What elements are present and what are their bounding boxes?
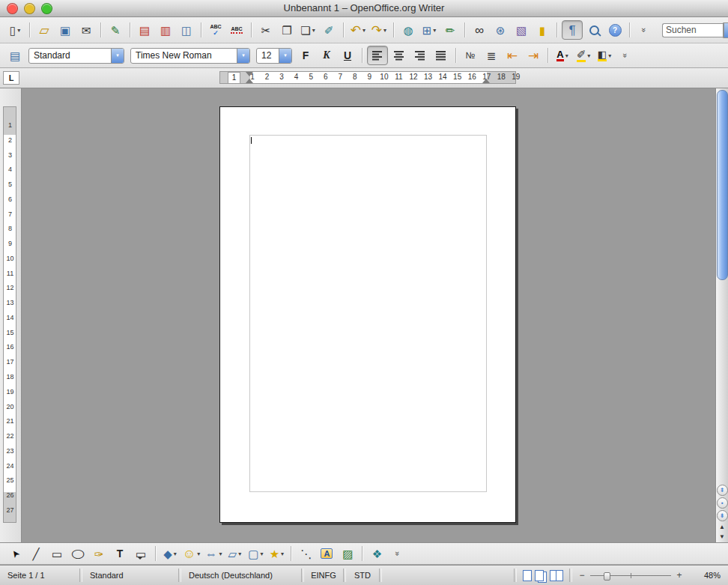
- email-button[interactable]: ✉: [76, 21, 96, 39]
- edit-points-button[interactable]: ⋱: [296, 545, 315, 563]
- paragraph-style-combobox[interactable]: Standard▾: [28, 48, 124, 64]
- zoom-slider-thumb[interactable]: [604, 572, 610, 581]
- ruler-number: 3: [8, 151, 12, 159]
- align-left-button[interactable]: [367, 46, 388, 65]
- bold-button[interactable]: F: [296, 46, 315, 64]
- data-sources-button[interactable]: ▮: [533, 21, 552, 39]
- insert-picture-button[interactable]: ▨: [338, 545, 357, 563]
- new-document-button[interactable]: ▯▾: [5, 21, 25, 39]
- document-page[interactable]: [219, 106, 516, 523]
- tab-stop-selector[interactable]: L: [3, 71, 19, 85]
- underline-button[interactable]: U: [338, 46, 357, 64]
- font-color-button[interactable]: A▾: [553, 46, 572, 64]
- export-pdf-button[interactable]: ▤: [135, 21, 154, 39]
- page-style-field[interactable]: Standard: [82, 571, 178, 580]
- selection-mode-field[interactable]: STD: [346, 571, 379, 580]
- callout-button[interactable]: ▭: [131, 545, 151, 563]
- ruler-number: 9: [364, 73, 374, 81]
- freeform-line-button[interactable]: ✑: [89, 545, 109, 563]
- print-button[interactable]: ▥: [156, 21, 175, 39]
- ellipse-button[interactable]: ◯: [68, 545, 88, 563]
- search-input[interactable]: [662, 23, 723, 37]
- hyperlink-button[interactable]: ◍: [398, 21, 418, 39]
- page-number-field[interactable]: Seite 1 / 1: [0, 571, 79, 580]
- fontwork-gallery-button[interactable]: A: [317, 545, 336, 563]
- dropdown-arrow-icon: ▾: [281, 551, 284, 557]
- ellipse-icon: ◯: [71, 549, 85, 558]
- block-arrows-button[interactable]: ⇔▾: [203, 545, 223, 563]
- zoom-percentage-field[interactable]: 48%: [689, 571, 728, 580]
- spellcheck-button[interactable]: ABC✓: [206, 21, 225, 39]
- language-field[interactable]: Deutsch (Deutschland): [181, 571, 301, 580]
- styles-window-button[interactable]: ▤: [5, 46, 25, 64]
- gallery-button[interactable]: ▧: [512, 21, 531, 39]
- scrollbar-thumb[interactable]: [717, 90, 728, 280]
- callout-shapes-button[interactable]: ▢▾: [246, 545, 265, 563]
- scroll-up-button[interactable]: ▲: [717, 523, 727, 531]
- background-color-button[interactable]: ◧▾: [595, 46, 614, 64]
- format-paintbrush-button[interactable]: ✐: [319, 21, 339, 39]
- align-center-button[interactable]: [389, 46, 409, 64]
- zoom-in-button[interactable]: +: [676, 570, 683, 581]
- zoom-button[interactable]: [584, 21, 604, 39]
- help-button[interactable]: ?: [605, 21, 625, 39]
- zoom-out-button[interactable]: −: [578, 570, 586, 581]
- zoom-slider[interactable]: [590, 575, 671, 576]
- select-button[interactable]: ➤: [5, 545, 25, 563]
- numbering-button[interactable]: №: [461, 46, 480, 64]
- ruler-number: 12: [408, 73, 419, 81]
- copy-button[interactable]: ❐: [277, 21, 297, 39]
- autospellcheck-button[interactable]: ABC: [227, 21, 246, 39]
- rectangle-button[interactable]: ▭: [47, 545, 67, 563]
- justify-button[interactable]: [431, 46, 451, 64]
- align-right-button[interactable]: [410, 46, 430, 64]
- toolbar-overflow-button[interactable]: »: [616, 46, 635, 64]
- toolbar-overflow-button[interactable]: »: [388, 545, 407, 563]
- bullets-button[interactable]: ≣: [482, 46, 501, 64]
- stars-button[interactable]: ★▾: [267, 545, 286, 563]
- nonprinting-characters-button[interactable]: ¶: [562, 20, 583, 40]
- multi-page-view-button[interactable]: [535, 570, 544, 581]
- page-preview-button[interactable]: ◫: [177, 21, 196, 39]
- save-button[interactable]: ▣: [55, 21, 75, 39]
- cut-button[interactable]: ✂: [256, 21, 276, 39]
- right-indent-marker[interactable]: [482, 79, 490, 83]
- redo-button[interactable]: ↷▾: [369, 21, 389, 39]
- ruler-number: 18: [6, 373, 13, 381]
- text-box-button[interactable]: T: [110, 545, 130, 563]
- search-dropdown[interactable]: ▾: [723, 22, 728, 38]
- toolbar-overflow-button[interactable]: »: [634, 21, 654, 39]
- horizontal-ruler[interactable]: 1 12345678910111213141516171819: [21, 71, 716, 84]
- italic-button[interactable]: K: [317, 46, 336, 64]
- paste-button[interactable]: ❏▾: [298, 21, 318, 39]
- book-view-button[interactable]: [550, 570, 563, 581]
- symbol-shapes-button[interactable]: ☺▾: [181, 545, 201, 563]
- single-page-view-button[interactable]: [523, 570, 532, 581]
- scroll-down-button[interactable]: ▼: [717, 533, 727, 541]
- left-indent-marker[interactable]: [246, 72, 253, 76]
- next-page-button[interactable]: ⇟: [717, 510, 728, 521]
- highlighting-button[interactable]: ✐▾: [574, 46, 593, 64]
- navigator-button[interactable]: ⊛: [491, 21, 510, 39]
- text-boundary[interactable]: [249, 135, 487, 492]
- line-button[interactable]: ╱: [26, 545, 46, 563]
- vertical-ruler[interactable]: 1234567891011121314151617181920212223242…: [0, 88, 22, 542]
- flowchart-button[interactable]: ▱▾: [225, 545, 244, 563]
- open-button[interactable]: ▱: [34, 21, 54, 39]
- font-name-combobox[interactable]: Times New Roman▾: [130, 48, 250, 64]
- basic-shapes-button[interactable]: ◆▾: [160, 545, 180, 563]
- insert-mode-field[interactable]: EINFG: [304, 571, 343, 580]
- font-size-combobox[interactable]: 12▾: [256, 48, 292, 64]
- decrease-indent-button[interactable]: ⇤: [503, 46, 522, 64]
- previous-page-button[interactable]: ⇞: [717, 485, 728, 496]
- extrusion-toggle-button[interactable]: ❖: [367, 545, 386, 563]
- find-replace-button[interactable]: ∞: [470, 21, 489, 39]
- vertical-scrollbar[interactable]: ⇞ ● ⇟ ▲ ▼: [715, 88, 728, 542]
- insert-table-button[interactable]: ⊞▾: [419, 21, 439, 39]
- navigation-button[interactable]: ●: [717, 497, 728, 509]
- edit-file-button[interactable]: ✎: [106, 21, 125, 39]
- first-line-indent-marker[interactable]: [246, 79, 253, 83]
- draw-functions-button[interactable]: ✏: [440, 21, 460, 39]
- undo-button[interactable]: ↶▾: [348, 21, 368, 39]
- increase-indent-button[interactable]: ⇥: [524, 46, 543, 64]
